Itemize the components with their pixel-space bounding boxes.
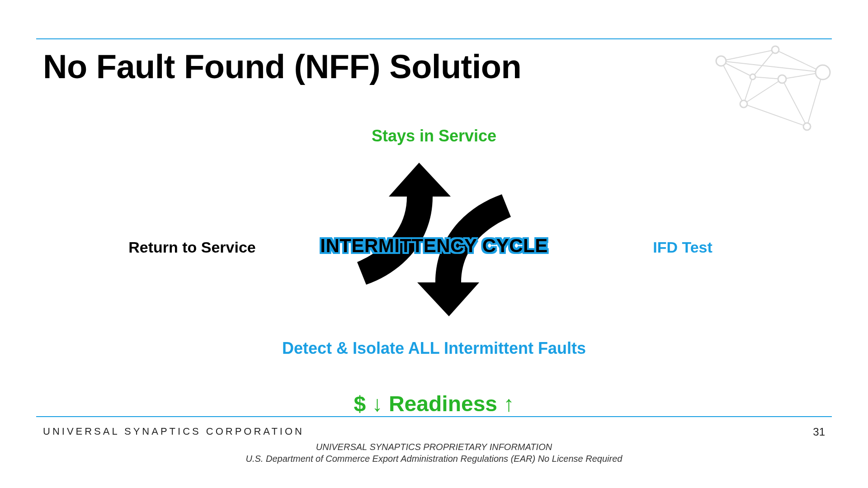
- svg-point-6: [778, 75, 786, 83]
- svg-point-1: [772, 46, 779, 53]
- slide-title: No Fault Found (NFF) Solution: [43, 47, 521, 86]
- divider-top: [36, 38, 832, 39]
- footer-line-2: U.S. Department of Commerce Export Admin…: [0, 453, 868, 465]
- slide: No Fault Found (NFF) Solution: [0, 0, 868, 488]
- label-detect-isolate: Detect & Isolate ALL Intermittent Faults: [0, 339, 868, 358]
- cycle-diagram: Stays in Service Return to Service IFD T…: [0, 117, 868, 371]
- divider-bottom: [36, 416, 832, 417]
- footer-line-1: UNIVERSAL SYNAPTICS PROPRIETARY INFORMAT…: [0, 441, 868, 453]
- page-number: 31: [813, 426, 825, 438]
- svg-point-0: [716, 56, 726, 66]
- summary-line: $ ↓ Readiness ↑: [0, 391, 868, 416]
- label-stays-in-service: Stays in Service: [0, 127, 868, 145]
- footer-disclaimer: UNIVERSAL SYNAPTICS PROPRIETARY INFORMAT…: [0, 441, 868, 465]
- svg-point-5: [750, 74, 755, 80]
- svg-point-4: [740, 100, 747, 108]
- footer-company: UNIVERSAL SYNAPTICS CORPORATION: [43, 426, 304, 437]
- label-intermittency-cycle: INTERMITTENCY CYCLE: [0, 235, 868, 257]
- svg-point-2: [816, 65, 830, 80]
